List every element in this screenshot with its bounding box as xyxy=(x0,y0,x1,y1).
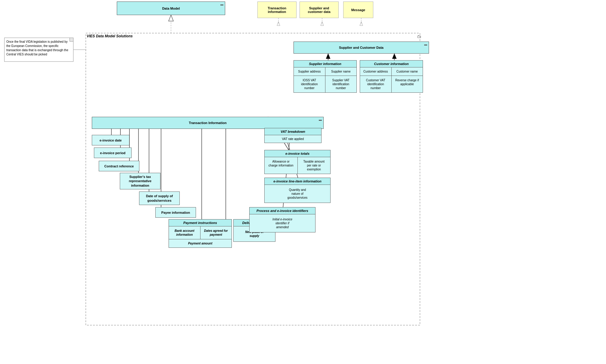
supplier-vat-cell: Supplier VAT identification number xyxy=(325,76,357,92)
svg-marker-7 xyxy=(360,22,363,26)
date-supply-box: Date of supply of goods/services xyxy=(139,191,180,205)
transaction-info-yellow-label: Transaction information xyxy=(268,6,286,14)
vat-rate-cell: VAT rate applied xyxy=(265,135,321,143)
transaction-information-box: Transaction Information ▬ xyxy=(92,117,324,129)
contract-reference-box: Contract reference xyxy=(99,161,139,171)
supplier-info-header: Supplier information xyxy=(294,61,356,67)
date-supply-label: Date of supply of goods/services xyxy=(146,194,173,203)
contract-reference-label: Contract reference xyxy=(104,164,134,168)
initial-einvoice-cell: Initial e-invoice identifier if amended xyxy=(250,214,315,232)
process-identifiers-header: Process and e-invoice identifiers xyxy=(250,207,315,214)
data-model-icon: ▬ xyxy=(220,3,223,6)
einvoice-totals-container: e-invoice totals Allowance or charge inf… xyxy=(264,150,331,174)
note-fold xyxy=(70,38,73,42)
supplier-customer-icon: ▬ xyxy=(424,43,427,46)
section-label: VIES Data Model Solutions xyxy=(87,34,133,38)
payment-amount-cell: Payment amount xyxy=(169,239,232,247)
einvoice-line-container: e-invoice line-item information Quantity… xyxy=(264,178,331,203)
vat-breakdown-container: VAT breakdown VAT rate applied xyxy=(264,128,322,143)
supplier-customer-data-box: Supplier and Customer Data ▬ xyxy=(294,42,429,54)
svg-marker-12 xyxy=(392,54,396,59)
payee-info-label: Payee information xyxy=(161,211,190,214)
suppliers-tax-rep-box: Supplier's tax representative informatio… xyxy=(120,173,160,189)
vat-breakdown-header: VAT breakdown xyxy=(265,128,321,135)
einvoice-totals-header: e-invoice totals xyxy=(265,150,330,157)
message-yellow-box: Message xyxy=(343,2,373,18)
einvoice-period-box: e-invoice period xyxy=(94,148,132,158)
note-text: Once the final VIDA legislation is publi… xyxy=(6,40,68,56)
einvoice-period-label: e-invoice period xyxy=(100,151,125,155)
customer-name-cell: Customer name xyxy=(392,67,423,76)
supplier-customer-data-label: Supplier and Customer Data xyxy=(339,46,384,49)
taxable-amount-cell: Taxable amount per rate or exemption xyxy=(298,157,331,174)
note-box: Once the final VIDA legislation is publi… xyxy=(4,38,73,62)
message-yellow-label: Message xyxy=(351,8,365,12)
supplier-customer-yellow-label: Supplier and customer data xyxy=(308,6,330,14)
data-model-label: Data Model xyxy=(162,7,180,10)
diagram-container: Once the final VIDA legislation is publi… xyxy=(0,0,606,364)
einvoice-date-box: e-invoice date xyxy=(92,135,129,145)
einvoice-date-label: e-invoice date xyxy=(100,138,122,142)
data-model-box: Data Model ▬ xyxy=(117,2,225,15)
svg-marker-10 xyxy=(326,54,330,59)
svg-marker-5 xyxy=(321,22,324,26)
einvoice-line-header: e-invoice line-item information xyxy=(265,178,330,185)
transaction-info-yellow-box: Transaction information xyxy=(257,2,297,18)
customer-address-cell: Customer address xyxy=(360,67,392,76)
payment-instructions-header: Payment instructions xyxy=(169,219,232,226)
suppliers-tax-rep-label: Supplier's tax representative informatio… xyxy=(129,175,151,188)
quantity-nature-cell: Quantity and nature of goods/services xyxy=(265,185,330,203)
svg-marker-3 xyxy=(277,22,280,26)
transaction-information-label: Transaction Information xyxy=(189,121,226,125)
reverse-charge-cell: Reverse charge if applicable xyxy=(392,76,423,92)
dates-agreed-cell: Dates agreed for payment xyxy=(200,226,232,239)
supplier-customer-yellow-box: Supplier and customer data xyxy=(300,2,339,18)
section-folder-icon: 🗀 xyxy=(417,34,421,39)
bank-account-cell: Bank account information xyxy=(169,226,200,239)
ioss-vat-cell: IOSS VAT identification number xyxy=(294,76,325,92)
supplier-address-cell: Supplier address xyxy=(294,67,325,76)
svg-marker-8 xyxy=(169,15,173,21)
customer-vat-cell: Customer VAT identification number xyxy=(360,76,392,92)
transaction-information-icon: ▬ xyxy=(319,118,322,121)
process-identifiers-container: Process and e-invoice identifiers Initia… xyxy=(249,207,315,232)
customer-info-header: Customer information xyxy=(360,61,423,67)
payment-instructions-container: Payment instructions Bank account inform… xyxy=(169,219,232,248)
supplier-info-container: Supplier information Supplier address Su… xyxy=(294,60,357,93)
allowance-charge-cell: Allowance or charge information xyxy=(265,157,298,174)
customer-info-container: Customer information Customer address Cu… xyxy=(360,60,423,93)
supplier-name-cell: Supplier name xyxy=(325,67,357,76)
payee-info-box: Payee information xyxy=(155,207,196,218)
